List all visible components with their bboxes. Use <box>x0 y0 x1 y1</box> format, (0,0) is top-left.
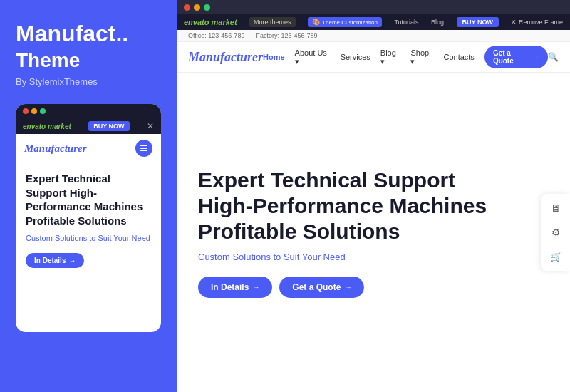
mobile-envato-bar: envato market BUY NOW ✕ <box>16 118 161 134</box>
hero-section: Expert Technical Support High-Performanc… <box>177 73 570 392</box>
nav-services[interactable]: Services <box>341 53 370 61</box>
nav-about[interactable]: About Us ▾ <box>295 48 331 66</box>
browser-traffic-lights <box>184 4 563 11</box>
sidebar: Manufact.. Theme By StylemixThemes envat… <box>0 0 177 392</box>
in-details-btn[interactable]: In Details → <box>198 277 272 298</box>
cart-icon[interactable]: 🛒 <box>546 247 566 267</box>
main-area: envato market More themes 🎨 Theme Custom… <box>177 0 570 392</box>
hero-subtitle: Custom Solutions to Suit Your Need <box>198 252 549 262</box>
sidebar-title: Manufact.. <box>16 21 161 46</box>
nav-home[interactable]: Home <box>263 53 285 61</box>
buy-now-btn[interactable]: BUY NOW <box>457 17 499 27</box>
theme-customization-btn[interactable]: 🎨 Theme Customization <box>308 17 382 27</box>
monitor-icon[interactable]: 🖥 <box>546 198 566 218</box>
hamburger-icon <box>140 145 147 152</box>
more-themes-btn[interactable]: More themes <box>249 17 296 27</box>
hamburger-button[interactable] <box>135 140 152 157</box>
mobile-topbar <box>16 104 161 118</box>
blog-link[interactable]: Blog <box>431 19 444 26</box>
site-logo: Manufacturer <box>188 50 263 65</box>
sidebar-by: By StylemixThemes <box>16 76 161 87</box>
browser-tl-green <box>204 4 210 11</box>
contact-bar: Office: 123-456-789 Factory: 123-456-789 <box>177 30 570 42</box>
nav-shop[interactable]: Shop ▾ <box>410 48 433 66</box>
hero-title: Expert Technical Support High-Performanc… <box>198 167 497 244</box>
get-quote-btn[interactable]: Get a Quote → <box>484 46 548 68</box>
mobile-logo: Manufacturer <box>24 143 87 155</box>
nav-blog[interactable]: Blog ▾ <box>380 48 401 66</box>
traffic-light-yellow <box>31 108 37 114</box>
site-header: Manufacturer Home About Us ▾ Services Bl… <box>177 42 570 73</box>
traffic-lights <box>23 108 46 114</box>
floating-icons: 🖥 ⚙ 🛒 <box>542 194 570 271</box>
browser-tl-red <box>184 4 190 11</box>
close-mobile-btn[interactable]: ✕ <box>147 121 154 131</box>
traffic-light-red <box>23 108 28 114</box>
factory-contact: Factory: 123-456-789 <box>256 32 317 39</box>
buy-now-small-btn[interactable]: BUY NOW <box>88 121 129 131</box>
site-nav: Home About Us ▾ Services Blog ▾ Shop ▾ C… <box>263 46 548 68</box>
browser-chrome <box>177 0 570 14</box>
envato-logo: envato market <box>184 18 237 26</box>
browser-tl-yellow <box>194 4 200 11</box>
traffic-light-green <box>40 108 46 114</box>
hero-btn-row: In Details → Get a Quote → <box>198 277 549 298</box>
remove-frame-btn[interactable]: ✕ Remove Frame <box>511 19 563 26</box>
envato-logo-small: envato market <box>23 123 71 130</box>
mobile-site-header: Manufacturer <box>16 134 161 163</box>
theme-icon: 🎨 <box>312 19 320 26</box>
office-contact: Office: 123-456-789 <box>188 32 244 39</box>
mobile-btn-row: In Details → <box>26 253 151 268</box>
nav-contacts[interactable]: Contacts <box>443 53 474 61</box>
mobile-card-body: Expert Technical Support High-Performanc… <box>16 163 161 332</box>
mobile-preview-card: envato market BUY NOW ✕ Manufacturer Exp… <box>16 104 161 332</box>
mobile-hero-title: Expert Technical Support High-Performanc… <box>26 172 151 227</box>
tutorials-link[interactable]: Tutorials <box>394 19 418 26</box>
sidebar-subtitle: Theme <box>16 49 161 72</box>
settings-icon[interactable]: ⚙ <box>546 222 566 242</box>
mobile-in-details-btn[interactable]: In Details → <box>26 253 84 268</box>
search-icon[interactable]: 🔍 <box>548 52 559 62</box>
get-a-quote-hero-btn[interactable]: Get a Quote → <box>279 277 364 298</box>
envato-topbar: envato market More themes 🎨 Theme Custom… <box>177 14 570 30</box>
mobile-hero-subtitle: Custom Solutions to Suit Your Need <box>26 233 151 244</box>
